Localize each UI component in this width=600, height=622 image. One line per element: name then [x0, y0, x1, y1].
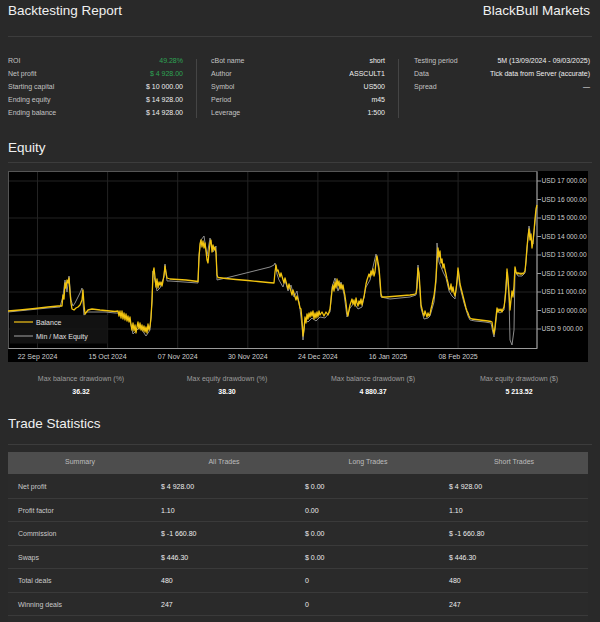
- svg-text:USD 16 000.00: USD 16 000.00: [542, 196, 587, 203]
- svg-text:Min / Max Equity: Min / Max Equity: [36, 333, 88, 341]
- svg-text:30 Nov 2024: 30 Nov 2024: [228, 353, 268, 360]
- svg-text:15 Oct 2024: 15 Oct 2024: [89, 353, 127, 360]
- svg-text:USD 11 000.00: USD 11 000.00: [542, 288, 587, 295]
- svg-text:USD 15 000.00: USD 15 000.00: [542, 214, 587, 221]
- svg-text:07 Nov 2024: 07 Nov 2024: [158, 353, 198, 360]
- svg-text:USD 12 000.00: USD 12 000.00: [542, 270, 587, 277]
- svg-text:Balance: Balance: [36, 319, 61, 326]
- svg-text:22 Sep 2024: 22 Sep 2024: [18, 353, 58, 361]
- svg-text:USD 10 000.00: USD 10 000.00: [542, 307, 587, 314]
- svg-text:USD 13 000.00: USD 13 000.00: [542, 251, 587, 258]
- svg-text:USD 17 000.00: USD 17 000.00: [542, 177, 587, 184]
- svg-text:16 Jan 2025: 16 Jan 2025: [369, 353, 408, 360]
- svg-text:USD 14 000.00: USD 14 000.00: [542, 233, 587, 240]
- svg-text:08 Feb 2025: 08 Feb 2025: [438, 353, 477, 360]
- svg-text:USD 9 000.00: USD 9 000.00: [542, 325, 584, 332]
- svg-text:24 Dec 2024: 24 Dec 2024: [298, 353, 338, 360]
